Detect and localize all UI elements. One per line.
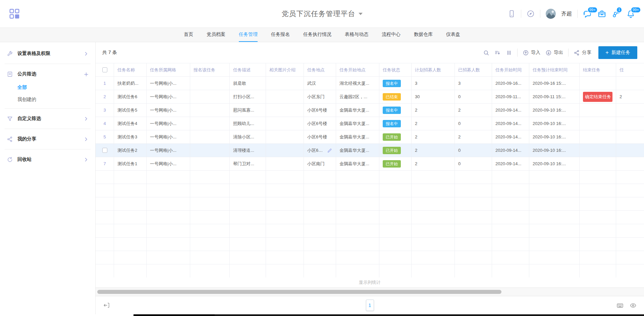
cell-signup[interactable] [190,144,230,157]
cell-rownum[interactable]: 2 [96,90,114,103]
column-header-location[interactable]: 任务地点 [304,63,336,76]
cell-status[interactable]: 已开始 [379,130,412,143]
column-header-est_end_time[interactable]: 任务预计结束时间 [529,63,580,76]
cell-images[interactable] [266,104,304,117]
cell-name[interactable]: 测试任务3 [114,130,147,143]
org-link-icon[interactable]: 1 [612,9,621,18]
cell-planned[interactable]: 2 [412,144,455,157]
sidebar-item-custom-filters[interactable]: 自定义筛选 [0,111,95,126]
cell-grid[interactable]: 一号网格|小... [147,104,190,117]
keyboard-icon[interactable] [616,302,624,309]
column-header-recruited[interactable]: 已招募人数 [455,63,492,76]
sidebar-filter-created-by-me[interactable]: 我创建的 [0,93,95,106]
cell-rownum[interactable]: 1 [96,77,114,90]
cell-status[interactable]: 已结束 [379,90,412,103]
cell-end_task[interactable] [580,104,616,117]
cell-grid[interactable]: 一号网格|小... [147,130,190,143]
cell-est_end_time[interactable]: 2020-09-10 16:... [529,117,580,130]
cell-name[interactable]: 测试任务2 [114,144,147,157]
cell-desc[interactable]: 打扫小区... [230,90,266,103]
cell-grid[interactable]: 一号网格|小... [147,144,190,157]
cell-start_time[interactable]: 2020-09-14... [492,144,529,157]
sidebar-item-table-permissions[interactable]: 设置表格及权限 [0,46,95,61]
cell-planned[interactable]: 3 [412,77,455,90]
cell-extra[interactable] [616,117,644,130]
cell-rownum[interactable]: 3 [96,104,114,117]
column-header-name[interactable]: 任务名称 [114,63,147,76]
cell-planned[interactable]: 2 [412,130,455,143]
cell-recruited[interactable]: 0 [455,144,492,157]
tab-仪表盘[interactable]: 仪表盘 [446,28,460,42]
cell-start_location[interactable]: 金隅嘉华大厦... [336,130,379,143]
cell-images[interactable] [266,130,304,143]
eye-icon[interactable] [630,302,637,309]
cell-name[interactable]: 测试任务5 [114,104,147,117]
horizontal-scrollbar-thumb[interactable] [97,290,501,294]
cell-name[interactable]: 扶老奶奶... [114,77,147,90]
user-name[interactable]: 齐超 [561,10,572,17]
cell-end_task[interactable] [580,77,616,90]
cell-start_time[interactable]: 2020-09-14... [492,157,529,170]
cell-name[interactable]: 测试任务1 [114,157,147,170]
cell-est_end_time[interactable]: 2020-09-11 15:... [529,90,580,103]
cell-name[interactable]: 测试任务6 [114,90,147,103]
cell-recruited[interactable]: 2 [455,104,492,117]
cell-grid[interactable]: 一号网格|小... [147,117,190,130]
cell-start_time[interactable]: 2020-09-14... [492,130,529,143]
cell-images[interactable] [266,90,304,103]
cell-start_location[interactable]: 金隅嘉华大厦... [336,117,379,130]
cell-planned[interactable]: 2 [412,157,455,170]
cell-start_time[interactable]: 2020-09-14... [492,117,529,130]
tab-党员档案[interactable]: 党员档案 [207,28,225,42]
cell-start_time[interactable]: 2020-09-11... [492,90,529,103]
cell-name[interactable]: 测试任务4 [114,117,147,130]
tab-任务执行情况[interactable]: 任务执行情况 [303,28,331,42]
column-stats-link[interactable]: 显示列统计 [96,277,644,288]
cell-desc[interactable]: 就是敢 [230,77,266,90]
cell-recruited[interactable]: 2 [455,130,492,143]
cell-desc[interactable]: 帮门卫对... [230,157,266,170]
edit-pencil-icon[interactable] [327,148,332,153]
app-grid-logo-icon[interactable] [9,8,20,19]
sidebar-filter-all[interactable]: 全部 [0,81,95,93]
cell-est_end_time[interactable]: 2020-09-10 16:... [529,130,580,143]
column-header-desc[interactable]: 任务描述 [230,63,266,76]
table-row[interactable]: 2测试任务6一号网格|小...打扫小区...小区东门云趣园2区，...已结束30… [96,90,644,104]
cell-recruited[interactable]: 0 [455,157,492,170]
cell-start_location[interactable]: 金隅嘉华大厦... [336,157,379,170]
mobile-phone-icon[interactable] [507,10,516,18]
table-row[interactable]: 7测试任务1一号网格|小...帮门卫对...小区南门金隅嘉华大厦...已开始20… [96,157,644,171]
column-header-start_location[interactable]: 任务开始地点 [336,63,379,76]
compass-icon[interactable] [527,10,535,18]
cell-extra[interactable] [616,77,644,90]
cell-est_end_time[interactable]: 2020-09-10 16:... [529,144,580,157]
collapse-sidebar-icon[interactable] [103,302,110,309]
tab-首页[interactable]: 首页 [184,28,193,42]
cell-rownum[interactable]: 7 [96,157,114,170]
import-button[interactable]: 导入 [523,50,540,56]
tab-数据仓库[interactable]: 数据仓库 [414,28,433,42]
cell-start_location[interactable]: 云趣园2区，... [336,90,379,103]
cell-rownum[interactable]: 5 [96,130,114,143]
cell-status[interactable]: 已开始 [379,157,412,170]
column-header-signup[interactable]: 报名该任务 [190,63,230,76]
tab-任务报名[interactable]: 任务报名 [271,28,290,42]
cell-signup[interactable] [190,130,230,143]
chat-messages-icon[interactable]: 99+ [583,9,592,18]
share-button[interactable]: 分享 [574,50,591,56]
user-avatar[interactable] [546,9,556,19]
column-header-start_time[interactable]: 任务开始时间 [492,63,529,76]
cell-status[interactable]: 已开始 [379,144,412,157]
column-header-images[interactable]: 相关图片介绍 [266,63,304,76]
title-caret-down-icon[interactable] [359,13,363,15]
cell-est_end_time[interactable]: 2020-09-10 16:... [529,157,580,170]
bell-notifications-icon[interactable]: 99+ [626,9,635,18]
cell-start_location[interactable]: 湖北经视大厦... [336,77,379,90]
new-task-button[interactable]: + 新建任务 [598,46,637,59]
cell-location[interactable]: 武汉 [304,77,336,90]
cell-desc[interactable]: 慰问孤寡... [230,104,266,117]
table-row[interactable]: 测试任务2一号网格|小...清理楼道...小区6号楼金隅嘉华大厦...已开始20… [96,144,644,157]
cell-signup[interactable] [190,157,230,170]
table-row[interactable]: 4测试任务4一号网格|小...照顾幼儿...小区6号楼金隅嘉华大厦...报名中2… [96,117,644,130]
plus-icon[interactable] [84,72,89,77]
